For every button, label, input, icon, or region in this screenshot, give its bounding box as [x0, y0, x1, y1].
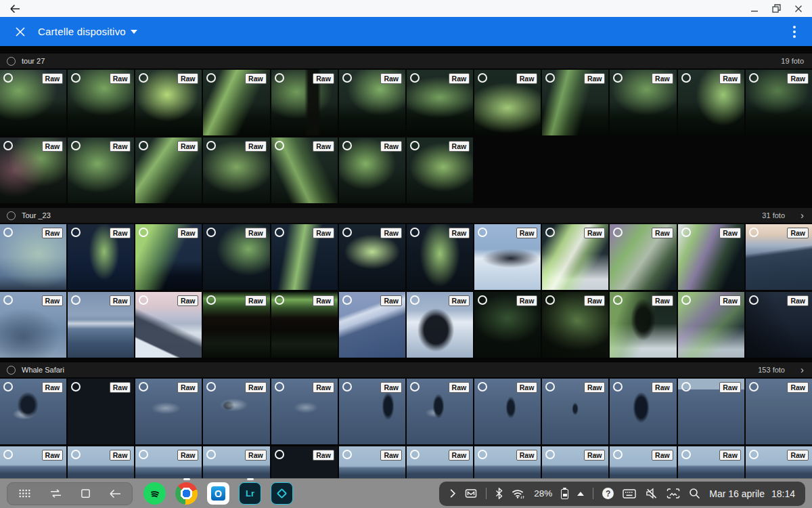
- photo-select-circle[interactable]: [71, 141, 81, 150]
- photo-thumbnail[interactable]: Raw: [746, 224, 812, 290]
- photo-select-circle[interactable]: [3, 382, 13, 391]
- photo-thumbnail[interactable]: Raw: [610, 70, 676, 135]
- photo-thumbnail[interactable]: Raw: [610, 379, 676, 444]
- photo-thumbnail[interactable]: Raw: [339, 70, 405, 135]
- photo-select-circle[interactable]: [3, 450, 13, 459]
- photo-thumbnail[interactable]: Raw: [135, 292, 202, 358]
- system-tray[interactable]: 28% ?: [439, 482, 805, 506]
- app-lightroom-photos-icon[interactable]: [271, 482, 293, 505]
- photo-select-circle[interactable]: [206, 73, 216, 83]
- photo-thumbnail[interactable]: Raw: [203, 137, 269, 203]
- photo-thumbnail[interactable]: Raw: [271, 292, 338, 358]
- bluetooth-icon[interactable]: [495, 488, 503, 499]
- browser-back-button[interactable]: [9, 4, 20, 14]
- photo-thumbnail[interactable]: Raw: [474, 292, 541, 358]
- photo-select-circle[interactable]: [478, 382, 487, 391]
- folder-header[interactable]: Tour _2331 foto›: [0, 208, 812, 223]
- keyboard-icon[interactable]: [623, 489, 636, 499]
- tray-expand-button[interactable]: [449, 488, 456, 499]
- photo-thumbnail[interactable]: Raw: [407, 379, 473, 444]
- photo-thumbnail[interactable]: Raw: [203, 224, 269, 290]
- photo-select-circle[interactable]: [410, 382, 420, 391]
- photo-select-circle[interactable]: [139, 228, 148, 237]
- photo-select-circle[interactable]: [545, 382, 555, 391]
- photo-thumbnail[interactable]: Raw: [407, 70, 473, 135]
- photo-select-circle[interactable]: [139, 295, 148, 305]
- close-view-button[interactable]: [9, 21, 31, 43]
- photo-select-circle[interactable]: [3, 73, 13, 83]
- photo-select-circle[interactable]: [275, 228, 284, 237]
- photo-select-circle[interactable]: [613, 228, 623, 237]
- photo-select-circle[interactable]: [71, 73, 81, 83]
- photo-select-circle[interactable]: [613, 382, 623, 391]
- photo-thumbnail[interactable]: Raw: [271, 70, 338, 135]
- overflow-menu-button[interactable]: [785, 22, 804, 41]
- photo-select-circle[interactable]: [749, 382, 759, 391]
- photo-select-circle[interactable]: [410, 228, 420, 237]
- photo-thumbnail[interactable]: Raw: [407, 292, 473, 358]
- photo-select-circle[interactable]: [613, 295, 623, 305]
- folder-open-chevron-icon[interactable]: ›: [800, 364, 804, 375]
- restore-button[interactable]: [772, 4, 781, 13]
- photo-thumbnail[interactable]: Raw: [203, 292, 269, 358]
- photo-select-circle[interactable]: [342, 141, 352, 150]
- app-lightroom-icon[interactable]: Lr: [239, 482, 261, 505]
- photo-select-circle[interactable]: [749, 295, 759, 305]
- photo-thumbnail[interactable]: Raw: [678, 224, 744, 290]
- photo-select-circle[interactable]: [139, 141, 148, 150]
- photo-select-circle[interactable]: [681, 295, 691, 305]
- photo-select-circle[interactable]: [342, 382, 352, 391]
- clock[interactable]: Mar 16 aprile 18:14: [709, 488, 795, 499]
- photo-select-circle[interactable]: [749, 450, 759, 459]
- photo-select-circle[interactable]: [681, 73, 691, 83]
- photo-select-circle[interactable]: [478, 295, 487, 305]
- photo-select-circle[interactable]: [613, 73, 623, 83]
- folder-select-circle[interactable]: [7, 366, 16, 375]
- photo-thumbnail[interactable]: Raw: [135, 224, 202, 290]
- task-switcher-button[interactable]: [49, 488, 62, 499]
- app-chrome-icon[interactable]: [175, 482, 198, 505]
- photo-thumbnail[interactable]: Raw: [0, 379, 66, 444]
- photo-thumbnail[interactable]: Raw: [746, 70, 812, 135]
- photo-thumbnail[interactable]: Raw: [474, 70, 541, 135]
- photo-select-circle[interactable]: [206, 141, 216, 150]
- folder-header[interactable]: Whale Safari153 foto›: [0, 362, 812, 377]
- photo-select-circle[interactable]: [71, 295, 81, 305]
- photo-thumbnail[interactable]: Raw: [678, 379, 744, 444]
- folder-header[interactable]: tour 2719 foto: [0, 54, 812, 68]
- photo-select-circle[interactable]: [275, 141, 284, 150]
- photo-select-circle[interactable]: [342, 295, 352, 305]
- apps-grid-button[interactable]: [18, 488, 31, 499]
- folder-select-circle[interactable]: [7, 57, 16, 66]
- photo-select-circle[interactable]: [478, 228, 487, 237]
- photo-thumbnail[interactable]: Raw: [203, 70, 269, 135]
- photo-thumbnail[interactable]: Raw: [610, 292, 676, 358]
- folder-select-circle[interactable]: [7, 211, 16, 220]
- photo-select-circle[interactable]: [275, 295, 284, 305]
- photo-thumbnail[interactable]: Raw: [271, 379, 338, 444]
- photo-thumbnail[interactable]: Raw: [0, 70, 66, 135]
- photo-select-circle[interactable]: [139, 73, 148, 83]
- photo-thumbnail[interactable]: Raw: [407, 137, 473, 203]
- folder-open-chevron-icon[interactable]: ›: [800, 210, 804, 220]
- nav-back-button[interactable]: [109, 489, 121, 499]
- photo-select-circle[interactable]: [71, 382, 81, 391]
- photo-select-circle[interactable]: [139, 382, 148, 391]
- caret-up-icon[interactable]: [577, 492, 584, 496]
- photo-select-circle[interactable]: [71, 228, 81, 237]
- photo-select-circle[interactable]: [478, 450, 487, 459]
- photo-thumbnail[interactable]: Raw: [135, 379, 202, 444]
- photo-thumbnail[interactable]: Raw: [68, 224, 134, 290]
- photo-thumbnail[interactable]: Raw: [135, 137, 202, 203]
- help-button[interactable]: ?: [602, 488, 614, 499]
- photo-thumbnail[interactable]: Raw: [542, 379, 608, 444]
- photo-thumbnail[interactable]: Raw: [0, 137, 66, 203]
- screen-capture-icon[interactable]: [667, 488, 680, 499]
- photo-thumbnail[interactable]: Raw: [610, 224, 676, 290]
- photo-thumbnail[interactable]: Raw: [68, 379, 134, 444]
- photo-select-circle[interactable]: [749, 228, 759, 237]
- view-selector-dropdown[interactable]: Cartelle dispositivo: [38, 26, 137, 37]
- photo-select-circle[interactable]: [410, 450, 420, 459]
- photo-select-circle[interactable]: [3, 228, 13, 237]
- photo-select-circle[interactable]: [681, 450, 691, 459]
